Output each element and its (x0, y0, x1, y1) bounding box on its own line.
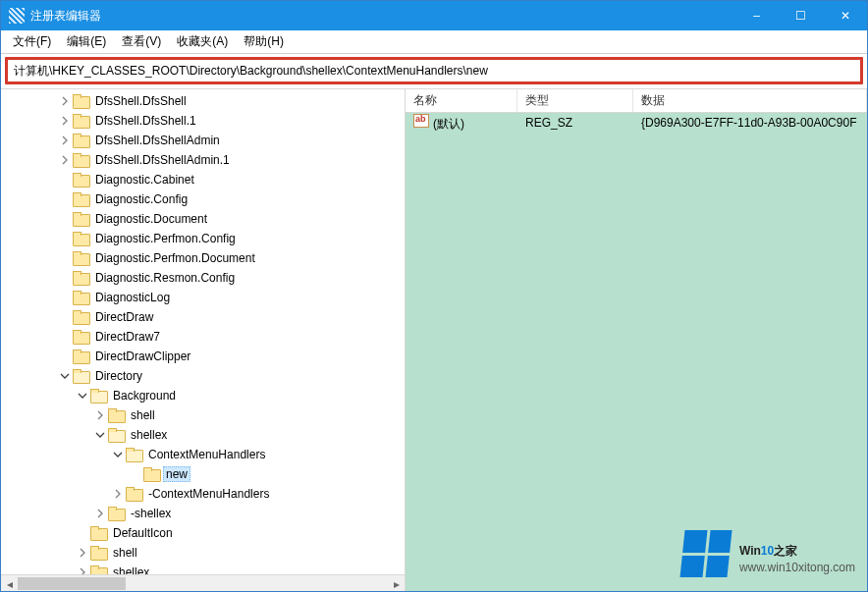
tree-item[interactable]: shell (1, 405, 405, 425)
chevron-right-icon[interactable] (93, 408, 107, 422)
tree-item[interactable]: Diagnostic.Resmon.Config (1, 268, 405, 288)
tree-item[interactable]: DefaultIcon (1, 523, 405, 543)
tree-item-label: Diagnostic.Perfmon.Document (92, 250, 258, 266)
menu-edit[interactable]: 编辑(E) (59, 30, 114, 53)
tree-item-label: Diagnostic.Config (92, 191, 190, 207)
tree-pane: DfsShell.DfsShellDfsShell.DfsShell.1DfsS… (1, 89, 406, 591)
list-row[interactable]: (默认)REG_SZ{D969A300-E7FF-11d0-A93B-00A0C… (406, 113, 867, 133)
tree-item[interactable]: DirectDraw7 (1, 327, 405, 347)
chevron-down-icon[interactable] (111, 448, 125, 461)
cell-name: (默认) (406, 114, 517, 133)
folder-icon (73, 153, 88, 167)
scroll-thumb[interactable] (18, 577, 126, 590)
folder-icon (73, 192, 88, 206)
folder-icon (90, 389, 106, 403)
scroll-right-arrow-icon[interactable]: ▸ (388, 575, 405, 592)
tree-item-label: DfsShell.DfsShell.1 (92, 113, 199, 129)
scroll-left-arrow-icon[interactable]: ◂ (1, 575, 18, 592)
chevron-right-icon[interactable] (58, 94, 72, 108)
app-icon (9, 8, 25, 24)
tree-item[interactable]: Diagnostic.Perfmon.Document (1, 248, 405, 268)
tree-item[interactable]: DfsShell.DfsShell.1 (1, 111, 405, 131)
titlebar[interactable]: 注册表编辑器 – ☐ ✕ (1, 1, 867, 30)
maximize-button[interactable]: ☐ (779, 1, 823, 30)
column-header-type[interactable]: 类型 (517, 89, 633, 112)
tree-item-label: DirectDraw (92, 309, 156, 325)
folder-icon (90, 546, 106, 560)
list-body[interactable]: (默认)REG_SZ{D969A300-E7FF-11d0-A93B-00A0C… (406, 113, 867, 591)
tree-item-label: new (163, 466, 190, 482)
cell-type: REG_SZ (517, 116, 633, 130)
tree-item[interactable]: Diagnostic.Cabinet (1, 170, 405, 189)
chevron-down-icon[interactable] (76, 389, 89, 403)
tree-item-label: Diagnostic.Document (92, 211, 210, 227)
tree-view[interactable]: DfsShell.DfsShellDfsShell.DfsShell.1DfsS… (1, 89, 405, 574)
menu-favorites[interactable]: 收藏夹(A) (169, 30, 236, 53)
close-button[interactable]: ✕ (823, 1, 867, 30)
folder-icon (73, 114, 88, 128)
tree-item[interactable]: -ContextMenuHandlers (1, 484, 405, 504)
folder-icon (73, 369, 88, 383)
chevron-right-icon[interactable] (111, 487, 125, 501)
folder-icon (73, 350, 88, 363)
folder-icon (73, 251, 88, 265)
folder-icon (108, 428, 124, 442)
chevron-right-icon[interactable] (58, 134, 72, 147)
horizontal-scrollbar[interactable]: ◂ ▸ (1, 574, 405, 591)
tree-item-label: Directory (92, 368, 145, 384)
chevron-down-icon[interactable] (93, 428, 107, 442)
window-title: 注册表编辑器 (30, 8, 734, 25)
tree-item-label: DfsShell.DfsShellAdmin (92, 133, 223, 148)
tree-item[interactable]: DirectDrawClipper (1, 347, 405, 366)
address-path: 计算机\HKEY_CLASSES_ROOT\Directory\Backgrou… (14, 63, 488, 80)
tree-item[interactable]: shellex (1, 425, 405, 445)
folder-icon (73, 134, 88, 147)
tree-item-label: DirectDraw7 (92, 329, 163, 345)
tree-item[interactable]: Diagnostic.Document (1, 209, 405, 229)
tree-item[interactable]: Directory (1, 366, 405, 386)
list-pane: 名称 类型 数据 (默认)REG_SZ{D969A300-E7FF-11d0-A… (406, 89, 867, 591)
column-header-name[interactable]: 名称 (406, 89, 517, 112)
menu-help[interactable]: 帮助(H) (236, 30, 292, 53)
menu-file[interactable]: 文件(F) (5, 30, 59, 53)
tree-item[interactable]: ContextMenuHandlers (1, 445, 405, 464)
tree-item[interactable]: DfsShell.DfsShellAdmin.1 (1, 150, 405, 170)
tree-item[interactable]: -shellex (1, 504, 405, 523)
folder-icon (73, 173, 88, 187)
chevron-right-icon[interactable] (58, 114, 72, 128)
chevron-right-icon[interactable] (76, 565, 89, 574)
tree-item-label: Diagnostic.Cabinet (92, 172, 197, 188)
folder-icon (73, 330, 88, 344)
address-bar[interactable]: 计算机\HKEY_CLASSES_ROOT\Directory\Backgrou… (8, 60, 860, 81)
tree-item[interactable]: DiagnosticLog (1, 288, 405, 307)
tree-item[interactable]: new (1, 464, 405, 484)
chevron-right-icon[interactable] (58, 153, 72, 167)
folder-icon (73, 212, 88, 226)
tree-item[interactable]: DfsShell.DfsShell (1, 91, 405, 111)
watermark: Win10之家 www.win10xitong.com (682, 530, 855, 577)
folder-icon (90, 565, 106, 574)
tree-item-label: -ContextMenuHandlers (145, 486, 272, 502)
tree-item[interactable]: shell (1, 543, 405, 563)
column-header-data[interactable]: 数据 (633, 89, 867, 112)
tree-item[interactable]: Diagnostic.Config (1, 189, 405, 209)
tree-item[interactable]: Background (1, 386, 405, 405)
tree-item[interactable]: shellex (1, 563, 405, 574)
watermark-brand: Win10之家 (739, 533, 797, 561)
chevron-down-icon[interactable] (58, 369, 72, 383)
menu-view[interactable]: 查看(V) (114, 30, 169, 53)
tree-item-label: shellex (110, 565, 152, 574)
tree-item[interactable]: Diagnostic.Perfmon.Config (1, 229, 405, 248)
tree-item[interactable]: DirectDraw (1, 307, 405, 327)
folder-icon (108, 408, 124, 422)
folder-icon (73, 271, 88, 285)
chevron-right-icon[interactable] (93, 507, 107, 520)
folder-icon (73, 94, 88, 108)
tree-item[interactable]: DfsShell.DfsShellAdmin (1, 131, 405, 150)
tree-item-label: DirectDrawClipper (92, 349, 193, 364)
tree-item-label: DiagnosticLog (92, 290, 173, 305)
cell-data: {D969A300-E7FF-11d0-A93B-00A0C90F (633, 116, 867, 130)
chevron-right-icon[interactable] (76, 546, 89, 560)
tree-item-label: Background (110, 388, 179, 404)
minimize-button[interactable]: – (734, 1, 779, 30)
